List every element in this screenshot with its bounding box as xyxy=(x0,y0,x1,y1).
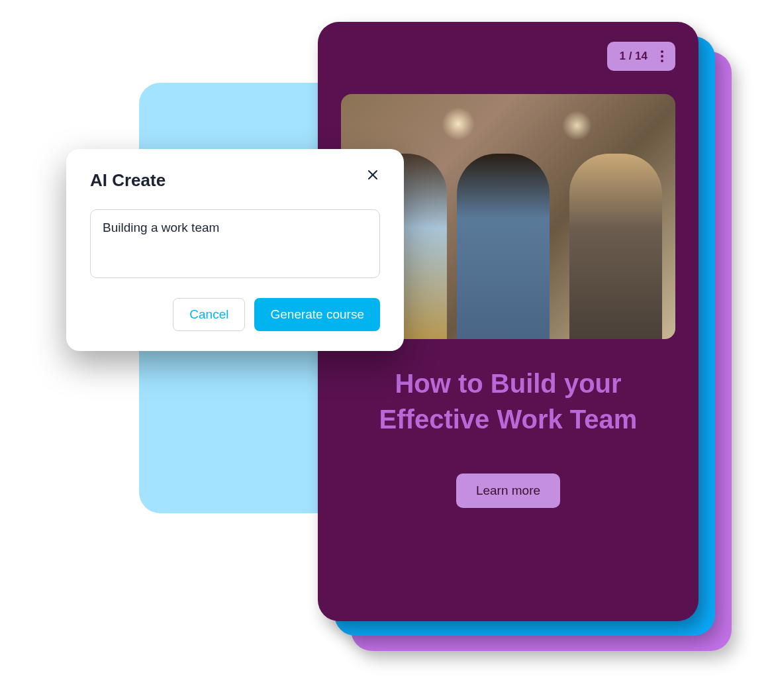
more-options-icon[interactable] xyxy=(661,50,663,62)
course-topic-input[interactable] xyxy=(90,209,380,278)
close-button[interactable] xyxy=(365,168,380,182)
close-icon xyxy=(367,170,378,180)
learn-more-button[interactable]: Learn more xyxy=(456,474,560,508)
dialog-header: AI Create xyxy=(90,170,380,191)
generate-course-button[interactable]: Generate course xyxy=(254,298,380,331)
course-title: How to Build your Effective Work Team xyxy=(341,366,675,437)
ai-create-dialog: AI Create Cancel Generate course xyxy=(66,149,404,351)
dialog-actions: Cancel Generate course xyxy=(90,298,380,331)
dialog-title: AI Create xyxy=(90,170,166,191)
page-counter: 1 / 14 xyxy=(619,50,648,63)
page-indicator-badge: 1 / 14 xyxy=(607,42,675,71)
course-header: 1 / 14 xyxy=(341,42,675,71)
cancel-button[interactable]: Cancel xyxy=(173,298,245,331)
